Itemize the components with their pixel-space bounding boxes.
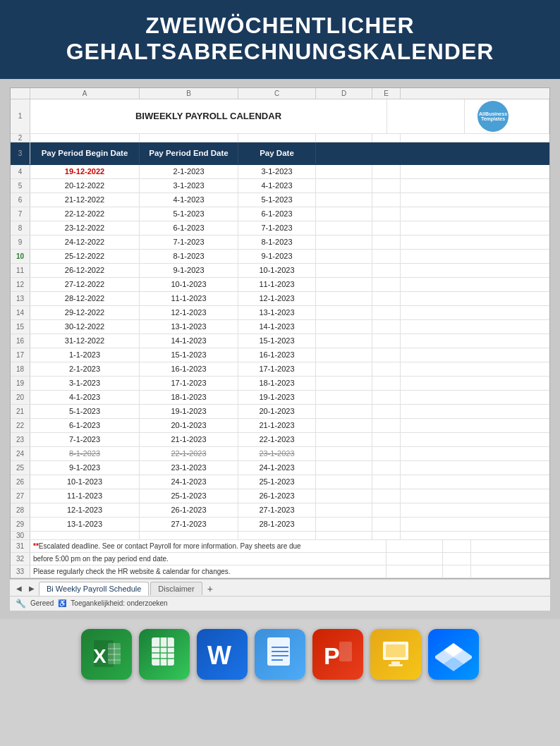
data-rows: 4 19-12-2022 2-1-2023 3-1-2023 5 20-12-2… [11, 165, 549, 532]
icon-sheets[interactable] [139, 629, 190, 680]
cell-30e [372, 532, 401, 539]
cell-d [316, 461, 372, 475]
icon-powerpoint[interactable]: P [312, 629, 363, 680]
cell-begin-date: 11-1-2023 [30, 489, 140, 503]
col-header-a: A [30, 88, 140, 99]
icon-slides[interactable] [370, 629, 421, 680]
row-num: 28 [11, 503, 30, 517]
cell-30a [30, 532, 140, 539]
cell-begin-date: 30-12-2022 [30, 320, 140, 334]
cell-d [316, 362, 372, 376]
cell-2e [372, 134, 401, 142]
row-num: 13 [11, 292, 30, 305]
cell-2d [316, 134, 372, 142]
status-bar: 🔧 Gereed ♿ Toegankelijkheid: onderzoeken [10, 596, 550, 611]
cell-begin-date: 9-1-2023 [30, 461, 140, 475]
cell-pay-date: 21-1-2023 [238, 419, 316, 432]
footnote-row: 32 before 5:00 pm on the pay period end … [11, 553, 549, 565]
svg-rect-8 [152, 637, 174, 666]
footnote-e [443, 553, 471, 565]
cell-end-date: 17-1-2023 [140, 377, 238, 390]
row-num: 19 [11, 377, 30, 390]
row-num: 15 [11, 320, 30, 334]
cell-begin-date: 4-1-2023 [30, 391, 140, 404]
row-num-2: 2 [11, 134, 30, 142]
tab-arrow-right[interactable]: ▶ [26, 583, 37, 594]
cell-e [372, 334, 401, 348]
table-row: 7 22-12-2022 5-1-2023 6-1-2023 [11, 207, 549, 221]
cell-end-date: 23-1-2023 [140, 461, 238, 475]
cell-d [316, 433, 372, 446]
icon-excel[interactable]: X [81, 629, 132, 680]
cell-d [316, 264, 372, 277]
table-row: 15 30-12-2022 13-1-2023 14-1-2023 [11, 320, 549, 334]
footnote-rows: 31 ** Escalated deadline. See or contact… [11, 540, 549, 578]
cell-end-date: 26-1-2023 [140, 503, 238, 517]
cell-2c [238, 134, 316, 142]
cell-d [316, 391, 372, 404]
logo-cell: AllBusiness Templates [465, 99, 521, 133]
cell-e [372, 250, 401, 263]
header-end-date: Pay Period End Date [140, 142, 238, 164]
cell-begin-date: 24-12-2022 [30, 236, 140, 249]
cell-e [372, 433, 401, 446]
cell-end-date: 25-1-2023 [140, 489, 238, 503]
row-num: 21 [11, 405, 30, 418]
cell-pay-date: 4-1-2023 [238, 179, 316, 192]
footnote-d [386, 565, 443, 577]
cell-d [316, 278, 372, 291]
tab-biweekly[interactable]: Bi Weekly Payroll Schedule [39, 582, 149, 596]
cell-d [316, 334, 372, 348]
table-row: 27 11-1-2023 25-1-2023 26-1-2023 [11, 489, 549, 503]
icon-dropbox[interactable] [428, 629, 479, 680]
tab-disclaimer[interactable]: Disclaimer [150, 582, 202, 595]
row-num: 16 [11, 334, 30, 348]
column-headers-row: A B C D E [11, 88, 549, 99]
footnote-text: ** Escalated deadline. See or contact Pa… [30, 540, 386, 552]
table-row: 16 31-12-2022 14-1-2023 15-1-2023 [11, 334, 549, 348]
row-num: 29 [11, 518, 30, 531]
cell-e [372, 489, 401, 503]
cell-d [316, 447, 372, 460]
table-row: 20 4-1-2023 18-1-2023 19-1-2023 [11, 391, 549, 405]
cell-begin-date: 22-12-2022 [30, 207, 140, 221]
cell-d [316, 320, 372, 334]
cell-end-date: 10-1-2023 [140, 278, 238, 291]
icon-word[interactable]: W [197, 629, 248, 680]
cell-e [372, 207, 401, 221]
cell-e [372, 236, 401, 249]
cell-e [372, 278, 401, 291]
logo: AllBusiness Templates [477, 101, 509, 132]
cell-d [316, 348, 372, 362]
cell-begin-date: 21-12-2022 [30, 193, 140, 207]
cell-end-date: 6-1-2023 [140, 221, 238, 235]
cell-2b [140, 134, 238, 142]
row-num: 6 [11, 193, 30, 207]
cell-e [372, 391, 401, 404]
tab-add-button[interactable]: + [204, 582, 217, 596]
svg-text:W: W [207, 641, 231, 670]
cell-pay-date: 26-1-2023 [238, 489, 316, 503]
col-header-c: C [238, 88, 316, 99]
col-header-b: B [140, 88, 238, 99]
cell-end-date: 3-1-2023 [140, 179, 238, 192]
cell-d [316, 306, 372, 319]
cell-d [316, 236, 372, 249]
row-num: 9 [11, 236, 30, 249]
row-num: 12 [11, 278, 30, 291]
cell-end-date: 27-1-2023 [140, 518, 238, 531]
cell-end-date: 7-1-2023 [140, 236, 238, 249]
footnote-row-num: 32 [11, 553, 30, 565]
icon-docs[interactable] [255, 629, 305, 680]
data-header-row: 3 Pay Period Begin Date Pay Period End D… [11, 142, 549, 165]
row-num-1: 1 [11, 99, 30, 133]
row-2: 2 [11, 134, 549, 142]
cell-pay-date: 5-1-2023 [238, 193, 316, 207]
header-begin-date: Pay Period Begin Date [30, 142, 140, 164]
cell-end-date: 18-1-2023 [140, 391, 238, 404]
cell-pay-date: 3-1-2023 [238, 165, 316, 178]
tab-arrow-left[interactable]: ◀ [13, 583, 25, 594]
cell-d [316, 165, 372, 178]
cell-pay-date: 16-1-2023 [238, 348, 316, 362]
cell-pay-date: 10-1-2023 [238, 264, 316, 277]
